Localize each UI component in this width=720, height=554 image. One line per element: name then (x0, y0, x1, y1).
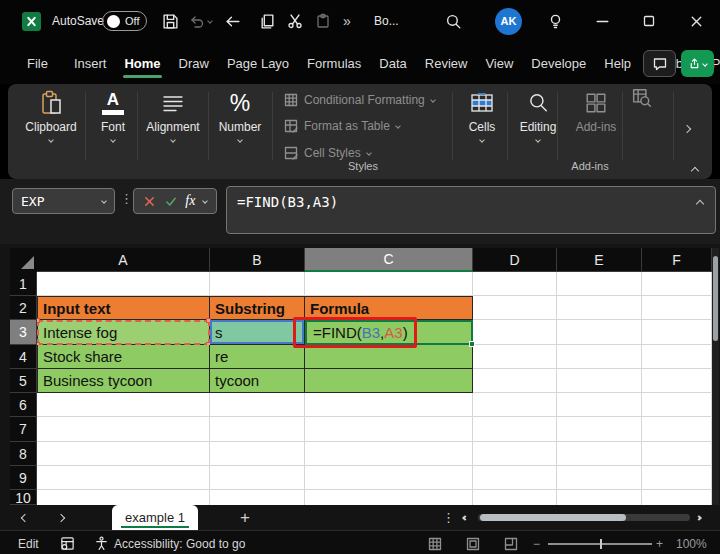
cell-b5[interactable]: tycoon (210, 369, 305, 393)
back-button[interactable] (224, 0, 241, 42)
column-header-a[interactable]: A (37, 248, 210, 272)
autosave-toggle[interactable]: Off (102, 0, 147, 42)
alignment-group-button[interactable]: Alignment (140, 89, 206, 142)
column-header-c[interactable]: C (305, 248, 473, 272)
excel-logo-icon[interactable] (22, 0, 41, 42)
cell-c5[interactable] (305, 369, 473, 393)
conditional-formatting-button[interactable]: Conditional Formatting (284, 90, 435, 110)
tab-help[interactable]: Help (595, 50, 640, 76)
row-header-9[interactable]: 9 (10, 466, 37, 490)
accessibility-status[interactable]: Accessibility: Good to go (94, 532, 245, 554)
cells-group-button[interactable]: Cells (454, 89, 510, 142)
zoom-slider[interactable] (548, 532, 652, 554)
add-sheet-button[interactable]: + (240, 505, 250, 530)
sheet-more-button[interactable]: ⋮ (442, 505, 455, 530)
copy-button[interactable] (259, 0, 276, 42)
insert-function-button[interactable]: fx (185, 193, 195, 209)
cell-a3[interactable]: Intense fog (37, 320, 210, 345)
column-header-d[interactable]: D (473, 248, 557, 272)
page-layout-view-button[interactable] (466, 532, 480, 554)
vertical-scrollbar-thumb[interactable] (713, 256, 718, 341)
cell-grid[interactable]: Input text Substring Formula Intense fog… (37, 272, 712, 505)
tab-home[interactable]: Home (115, 50, 169, 76)
cancel-icon[interactable] (143, 195, 156, 208)
vertical-scrollbar[interactable] (712, 248, 719, 505)
tab-page-layout[interactable]: Page Layo (218, 50, 298, 76)
sheet-next-button[interactable] (58, 505, 64, 530)
addins-button[interactable]: Add-ins (566, 89, 626, 134)
lightbulb-icon (547, 13, 564, 30)
cell-c4[interactable] (305, 345, 473, 369)
comments-button[interactable] (643, 50, 676, 77)
tab-draw[interactable]: Draw (170, 50, 218, 76)
save-button[interactable] (162, 0, 179, 42)
column-header-e[interactable]: E (557, 248, 642, 272)
clipboard-group-button[interactable]: Clipboard (18, 89, 84, 142)
font-group-button[interactable]: A Font (90, 89, 136, 142)
tab-view[interactable]: View (476, 50, 522, 76)
row-header-4[interactable]: 4 (10, 345, 37, 369)
enter-check-icon[interactable] (164, 195, 178, 208)
share-button[interactable] (681, 50, 714, 77)
hscroll-left-arrow[interactable] (463, 505, 467, 530)
cell-a2[interactable]: Input text (37, 296, 210, 320)
select-all-corner[interactable] (10, 248, 37, 272)
cell-a4[interactable]: Stock share (37, 345, 210, 369)
row-header-10[interactable]: 10 (10, 490, 37, 505)
tab-developer[interactable]: Develope (522, 50, 595, 76)
row-header-3[interactable]: 3 (10, 320, 37, 345)
cell-b4[interactable]: re (210, 345, 305, 369)
row-header-2[interactable]: 2 (10, 296, 37, 320)
cell-a5[interactable]: Business tycoon (37, 369, 210, 393)
tab-formulas[interactable]: Formulas (298, 50, 370, 76)
account-avatar[interactable]: AK (495, 0, 522, 42)
horizontal-scrollbar[interactable] (478, 514, 690, 521)
cell-c2[interactable]: Formula (305, 296, 473, 320)
cell-b3[interactable]: s (210, 320, 305, 345)
tab-file[interactable]: File (18, 50, 57, 76)
cell-c3[interactable]: =FIND(B3,A3) (305, 320, 473, 345)
macro-record-button[interactable] (60, 532, 75, 554)
column-header-b[interactable]: B (210, 248, 305, 272)
undo-button[interactable] (189, 0, 212, 42)
search-button[interactable] (445, 0, 462, 42)
zoom-level[interactable]: 100% (676, 532, 707, 554)
number-group-button[interactable]: % Number (210, 89, 270, 142)
normal-view-button[interactable] (428, 532, 442, 554)
maximize-button[interactable] (641, 0, 657, 42)
format-as-table-button[interactable]: Format as Table (284, 116, 400, 136)
row-header-5[interactable]: 5 (10, 369, 37, 393)
page-break-view-button[interactable] (504, 532, 518, 554)
cut-button[interactable] (287, 0, 303, 42)
row-header-1[interactable]: 1 (10, 272, 37, 296)
ribbon-expand-button[interactable] (684, 118, 690, 136)
name-box[interactable]: EXP (12, 188, 115, 214)
minimize-button[interactable] (594, 0, 611, 42)
inquire-addin-button[interactable] (632, 88, 652, 108)
row-header-7[interactable]: 7 (10, 417, 37, 442)
zoom-slider-thumb[interactable] (600, 539, 602, 549)
toolbar-overflow-button[interactable]: » (343, 0, 351, 42)
close-button[interactable] (688, 0, 705, 42)
tab-review[interactable]: Review (416, 50, 477, 76)
sheet-prev-button[interactable] (22, 505, 28, 530)
cell-b2[interactable]: Substring (210, 296, 305, 320)
column-header-f[interactable]: F (642, 248, 712, 272)
zoom-in-button[interactable]: + (656, 532, 663, 554)
collapse-formula-bar-icon[interactable] (696, 200, 704, 208)
tab-insert[interactable]: Insert (65, 50, 116, 76)
row-header-6[interactable]: 6 (10, 393, 37, 417)
horizontal-scrollbar-thumb[interactable] (480, 514, 626, 521)
tab-data[interactable]: Data (370, 50, 415, 76)
collapse-ribbon-button[interactable] (692, 160, 698, 178)
sheet-tab-active[interactable]: example 1 (112, 505, 198, 530)
tips-button[interactable] (547, 0, 564, 42)
document-title[interactable]: Bo... (374, 0, 399, 42)
editing-group-button[interactable]: Editing (510, 89, 566, 142)
row-header-8[interactable]: 8 (10, 442, 37, 466)
formula-input[interactable]: =FIND(B3,A3) (226, 186, 716, 234)
paste-button[interactable] (315, 0, 331, 42)
hscroll-right-arrow[interactable] (697, 505, 701, 530)
name-box-more-handle[interactable]: ⋮ (120, 191, 133, 206)
zoom-out-button[interactable]: − (533, 532, 540, 554)
